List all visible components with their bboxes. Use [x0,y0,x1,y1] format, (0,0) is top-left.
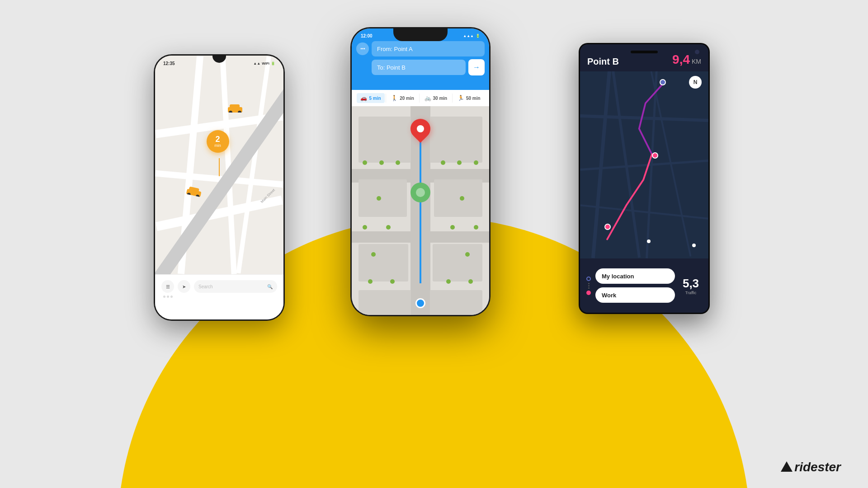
phone-left: 12:35 ▲▲ WiFi 🔋 [154,54,285,321]
distance-unit: KM [692,58,701,65]
search-row: ☰ ➤ Search 🔍 [161,280,277,293]
transport-run[interactable]: 🏃 50 min [454,93,484,103]
route-line-center [420,138,421,283]
ridester-logo-icon [780,460,793,474]
from-input[interactable]: From: Point A [372,41,485,56]
building5 [359,244,408,282]
time-center: 12:00 [361,33,373,38]
building6 [433,244,482,282]
transport-bar: 🚗 5 min 🚶 20 min 🚲 30 min 🏃 50 min [352,90,489,106]
to-row: To: Point B → [356,59,485,75]
compass: N [689,76,702,89]
location-dots [586,277,591,295]
bottom-panel-dark: My location Work 5,3 Traffic [580,258,708,313]
header-dark: Point B 9,4 KM [580,44,708,71]
traffic-info: 5,3 Traffic [679,277,702,295]
go-button[interactable]: → [468,59,485,75]
camera-dot [695,50,699,54]
car-1 [227,103,243,114]
route-inputs: ··· From: Point A To: Point B → [356,41,485,75]
bottom-bar-left: ☰ ➤ Search 🔍 [155,274,283,319]
my-location-dot [586,277,591,281]
map-dark: N [580,69,708,258]
start-point-dot [415,298,425,308]
to-label: To: Point B [377,64,406,71]
search-icon: 🔍 [267,284,273,289]
search-placeholder: Search [198,284,213,289]
location-labels: My location Work [595,268,675,303]
marker-line [219,158,220,176]
ridester-logo-text: ridester [794,460,841,474]
destination-pin [410,119,430,139]
distance-badge: 9,4 KM [672,52,701,67]
phone-right: Point B 9,4 KM [579,43,710,314]
building1 [359,117,411,163]
destination-title: Point B [587,56,619,67]
building8 [430,290,482,315]
status-icons-left: ▲▲ WiFi 🔋 [253,61,275,66]
dots-row [161,296,277,298]
options-button[interactable]: ··· [356,42,369,55]
time-marker: 2 min [207,130,229,153]
phone-center: 12:00 ▲▲▲ 🔋 ··· From: Point A [350,27,491,316]
iphone-notch [393,28,448,41]
transport-car[interactable]: 🚗 5 min [357,93,384,103]
building7 [359,290,411,315]
building4 [434,179,482,217]
from-row: ··· From: Point A [356,41,485,56]
route-svg [580,69,708,258]
menu-button[interactable]: ☰ [161,280,174,293]
status-icons-center: ▲▲▲ 🔋 [463,34,480,38]
traffic-label: Traffic [685,291,697,295]
work-button[interactable]: Work [595,287,675,303]
start-dot [660,79,666,85]
end-dot [604,224,611,230]
svg-rect-1 [230,104,240,109]
from-label: From: Point A [377,46,413,52]
marker-unit: min [214,143,221,148]
waypoint-dot-2 [692,244,696,247]
current-location-circle [410,183,430,202]
my-location-label: My location [602,273,634,280]
transport-walk[interactable]: 🚶 20 min [387,93,418,103]
building2 [430,117,482,163]
map-center [352,106,489,315]
to-input[interactable]: To: Point B [372,60,466,75]
svg-marker-8 [781,461,793,472]
marker-value: 2 [216,135,220,143]
ridester-logo: ridester [780,460,841,474]
my-location-button[interactable]: My location [595,268,675,284]
map-left: Main Street [155,56,283,274]
traffic-value: 5,3 [683,277,699,291]
building3 [359,179,406,217]
distance-value: 9,4 [672,52,690,67]
search-input-left[interactable]: Search 🔍 [194,280,277,293]
transport-bike[interactable]: 🚲 30 min [421,93,451,103]
speaker-bar [631,51,658,53]
time-left: 12:35 [163,61,175,66]
work-dot [586,291,591,295]
work-label: Work [602,292,616,299]
direction-button[interactable]: ➤ [178,280,190,293]
